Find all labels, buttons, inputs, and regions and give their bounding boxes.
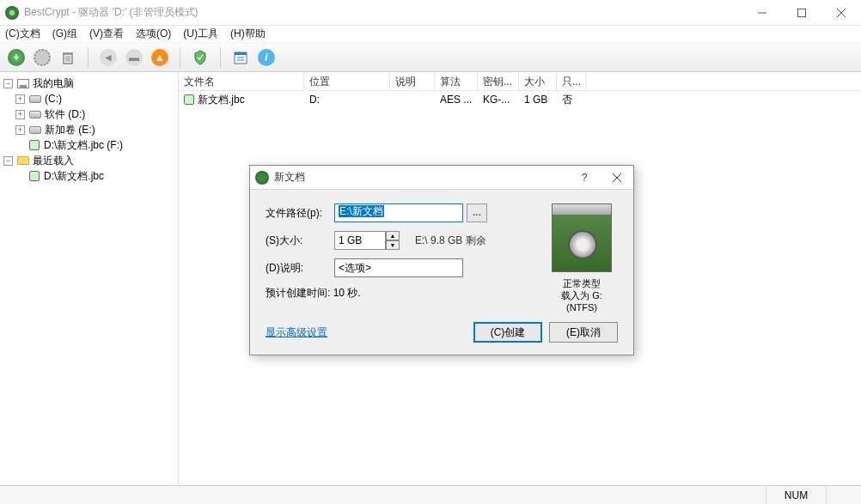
window-title: BestCrypt - 驱动器 'D:' (非管理员模式) <box>24 5 742 20</box>
container-icon <box>184 94 194 105</box>
shield-icon[interactable] <box>189 46 211 69</box>
col-key[interactable]: 密钥... <box>478 72 519 90</box>
calendar-icon[interactable] <box>229 46 252 69</box>
list-header[interactable]: 文件名 位置 说明 算法 密钥... 大小 只... <box>179 72 861 91</box>
menu-help[interactable]: (H)帮助 <box>230 27 266 41</box>
minimize-button[interactable] <box>742 0 782 26</box>
menu-bar: (C)文档 (G)组 (V)查看 选项(O) (U)工具 (H)帮助 <box>0 26 861 43</box>
col-desc[interactable]: 说明 <box>390 72 435 90</box>
size-spinner[interactable]: ▲▼ <box>334 231 400 250</box>
menu-options[interactable]: 选项(O) <box>136 27 171 41</box>
info-icon[interactable]: i <box>255 46 278 69</box>
dialog-icon <box>255 171 269 185</box>
delete-icon[interactable] <box>57 46 79 69</box>
tree-root[interactable]: − 我的电脑 <box>3 76 174 91</box>
new-document-dialog: 新文档 ? 文件路径(p): E:\新文档 ... (S)大小: ▲▼ E:\ … <box>249 165 634 355</box>
preview-mount-label: 载入为 G: (NTFS) <box>546 289 618 313</box>
tree-drive-f[interactable]: D:\新文档.jbc (F:) <box>3 137 174 153</box>
tree-drive-c[interactable]: + (C:) <box>3 91 174 106</box>
advanced-link[interactable]: 显示高级设置 <box>266 325 467 340</box>
svg-rect-1 <box>798 9 806 16</box>
size-input[interactable] <box>334 231 386 250</box>
status-num: NUM <box>766 486 827 504</box>
preview-type-label: 正常类型 <box>546 277 618 289</box>
browse-button[interactable]: ... <box>467 203 487 222</box>
menu-view[interactable]: (V)查看 <box>89 27 124 41</box>
size-label: (S)大小: <box>266 234 334 248</box>
col-size[interactable]: 大小 <box>519 72 557 90</box>
dialog-close-button[interactable] <box>601 166 633 190</box>
tree-recent[interactable]: − 最近载入 <box>3 153 174 168</box>
menu-file[interactable]: (C)文档 <box>5 27 40 41</box>
menu-tools[interactable]: (U)工具 <box>183 27 218 41</box>
cancel-button[interactable]: (E)取消 <box>549 322 618 343</box>
path-label: 文件路径(p): <box>266 206 334 221</box>
create-button[interactable]: (C)创建 <box>473 322 542 343</box>
safe-icon <box>552 203 612 272</box>
preview-pane: 正常类型 载入为 G: (NTFS) <box>546 203 618 313</box>
path-input[interactable]: E:\新文档 <box>334 203 463 222</box>
dialog-titlebar: 新文档 ? <box>250 166 633 190</box>
desc-label: (D)说明: <box>266 261 334 276</box>
spin-down-icon[interactable]: ▼ <box>386 240 400 250</box>
svg-rect-10 <box>235 52 247 55</box>
estimate-label: 预计创建时间: 10 秒. <box>266 286 530 301</box>
tree-view[interactable]: − 我的电脑 + (C:) + 软件 (D:) + 新加卷 (E:) D:\新文… <box>0 72 179 485</box>
dialog-title: 新文档 <box>274 170 568 185</box>
tree-drive-d[interactable]: + 软件 (D:) <box>3 106 174 122</box>
toolbar: + ◄ ▬ ▲ i <box>0 43 861 72</box>
col-algo[interactable]: 算法 <box>435 72 478 90</box>
maximize-button[interactable] <box>782 0 821 26</box>
eject-icon[interactable]: ▲ <box>149 46 171 69</box>
close-button[interactable] <box>821 0 861 26</box>
table-row[interactable]: 新文档.jbc D: AES ... KG-... 1 GB 否 <box>179 91 861 108</box>
desc-input[interactable] <box>334 258 463 277</box>
col-ro[interactable]: 只... <box>557 72 586 90</box>
col-location[interactable]: 位置 <box>304 72 390 90</box>
app-icon <box>5 6 19 20</box>
new-container-icon[interactable]: + <box>5 46 27 69</box>
back-icon[interactable]: ◄ <box>97 46 119 69</box>
tree-recent-item[interactable]: D:\新文档.jbc <box>3 168 174 184</box>
menu-group[interactable]: (G)组 <box>52 27 77 41</box>
settings-icon[interactable] <box>31 46 53 69</box>
title-bar: BestCrypt - 驱动器 'D:' (非管理员模式) <box>0 0 861 26</box>
spin-up-icon[interactable]: ▲ <box>386 231 400 240</box>
help-button[interactable]: ? <box>568 166 601 190</box>
col-name[interactable]: 文件名 <box>179 72 304 90</box>
free-space-label: E:\ 9.8 GB 剩余 <box>415 234 486 248</box>
up-icon[interactable]: ▬ <box>123 46 145 69</box>
tree-drive-e[interactable]: + 新加卷 (E:) <box>3 122 174 137</box>
tree-root-label: 我的电脑 <box>33 76 74 91</box>
status-bar: NUM <box>0 485 861 504</box>
